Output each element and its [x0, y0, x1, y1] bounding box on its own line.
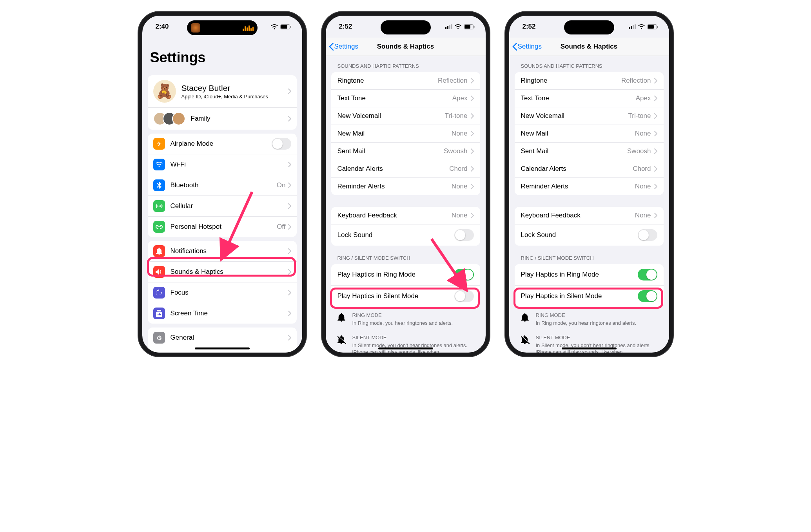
ring-haptics-row[interactable]: Play Haptics in Ring Mode [515, 264, 664, 286]
focus-row[interactable]: Focus [148, 282, 297, 303]
dynamic-island-activity-icon [191, 23, 200, 33]
hotspot-value: Off [277, 223, 285, 231]
airplane-mode-row[interactable]: ✈ Airplane Mode [148, 134, 297, 154]
bluetooth-value: On [277, 181, 286, 189]
footer-ring-title: Ring Mode [536, 312, 637, 318]
cellular-row[interactable]: Cellular [148, 196, 297, 217]
newmail-label: New Mail [337, 130, 452, 138]
sentmail-label: Sent Mail [521, 147, 628, 155]
chevron-right-icon [288, 269, 291, 275]
chevron-right-icon [288, 89, 291, 94]
sounds-haptics-row[interactable]: Sounds & Haptics [148, 262, 297, 282]
keyboard-lock-group: Keyboard FeedbackNone Lock Sound [515, 207, 664, 246]
screentime-row[interactable]: Screen Time [148, 303, 297, 324]
ringtone-row[interactable]: RingtoneReflection [331, 72, 480, 90]
nav-title: Sounds & Haptics [561, 43, 617, 51]
reminder-row[interactable]: Reminder AlertsNone [515, 178, 664, 195]
ring-haptics-toggle[interactable] [638, 269, 657, 280]
chevron-right-icon [288, 203, 291, 209]
voicemail-row[interactable]: New VoicemailTri-tone [515, 107, 664, 125]
silent-haptics-row[interactable]: Play Haptics in Silent Mode [515, 286, 664, 307]
cellular-label: Cellular [171, 202, 288, 210]
chevron-right-icon [288, 311, 291, 316]
footer-ring-mode: Ring Mode In Ring mode, you hear rington… [509, 307, 669, 329]
wifi-icon [638, 24, 645, 29]
section-header-patterns: Sounds and Haptic Patterns [326, 56, 486, 72]
voicemail-row[interactable]: New VoicemailTri-tone [331, 107, 480, 125]
dynamic-island [381, 20, 431, 34]
silent-haptics-row[interactable]: Play Haptics in Silent Mode [331, 286, 480, 307]
footer-silent-title: Silent Mode [536, 335, 657, 340]
ring-haptics-toggle[interactable] [454, 269, 474, 280]
notifications-row[interactable]: Notifications [148, 241, 297, 262]
texttone-row[interactable]: Text ToneApex [515, 90, 664, 107]
reminder-value: None [635, 183, 651, 190]
bluetooth-label: Bluetooth [171, 181, 277, 189]
screentime-label: Screen Time [171, 309, 288, 317]
keyboard-feedback-row[interactable]: Keyboard FeedbackNone [331, 207, 480, 224]
airplane-toggle[interactable] [272, 138, 291, 150]
svg-rect-3 [157, 310, 161, 311]
ring-haptics-row[interactable]: Play Haptics in Ring Mode [331, 264, 480, 286]
newmail-row[interactable]: New MailNone [515, 125, 664, 143]
ring-silent-group: Play Haptics in Ring Mode Play Haptics i… [331, 264, 480, 307]
section-ring-silent: Ring / Silent Mode Switch [509, 246, 669, 264]
chevron-right-icon [654, 213, 657, 218]
bluetooth-row[interactable]: Bluetooth On [148, 175, 297, 196]
wifi-icon [455, 24, 461, 29]
nav-bar: Settings Sounds & Haptics [509, 38, 669, 56]
chevron-right-icon [288, 183, 291, 188]
notifications-icon [153, 245, 165, 257]
family-label: Family [191, 115, 288, 123]
calendar-label: Calendar Alerts [521, 165, 633, 173]
texttone-value: Apex [452, 94, 468, 102]
lock-sound-row[interactable]: Lock Sound [515, 224, 664, 246]
family-row[interactable]: Family [148, 108, 297, 130]
wifi-row[interactable]: Wi-Fi [148, 154, 297, 175]
sentmail-row[interactable]: Sent MailSwoosh [331, 143, 480, 160]
apple-id-row[interactable]: 🧸 Stacey Butler Apple ID, iCloud+, Media… [148, 75, 297, 108]
back-button[interactable]: Settings [512, 43, 542, 51]
ringtone-value: Reflection [621, 77, 651, 85]
silent-haptics-toggle[interactable] [638, 290, 657, 302]
calendar-row[interactable]: Calendar AlertsChord [515, 160, 664, 178]
chevron-right-icon [471, 96, 474, 101]
chevron-left-icon [329, 43, 334, 51]
cellular-signal-icon [629, 24, 636, 29]
svg-rect-1 [281, 25, 287, 29]
calendar-label: Calendar Alerts [337, 165, 450, 173]
texttone-row[interactable]: Text ToneApex [331, 90, 480, 107]
voicemail-label: New Voicemail [521, 112, 628, 120]
general-row[interactable]: ⚙ General [148, 328, 297, 348]
general-icon: ⚙ [153, 332, 165, 344]
ring-silent-group: Play Haptics in Ring Mode Play Haptics i… [515, 264, 664, 307]
home-indicator [378, 347, 433, 349]
newmail-row[interactable]: New MailNone [331, 125, 480, 143]
lock-sound-toggle[interactable] [638, 229, 657, 241]
control-center-row[interactable]: Control Center [148, 348, 297, 356]
ringtone-row[interactable]: RingtoneReflection [515, 72, 664, 90]
calendar-row[interactable]: Calendar AlertsChord [331, 160, 480, 178]
chevron-right-icon [471, 113, 474, 119]
silent-haptics-toggle[interactable] [454, 290, 474, 302]
battery-icon [647, 24, 658, 29]
lock-sound-toggle[interactable] [454, 229, 474, 241]
chevron-right-icon [288, 248, 291, 254]
keyboard-feedback-row[interactable]: Keyboard FeedbackNone [515, 207, 664, 224]
lock-sound-row[interactable]: Lock Sound [331, 224, 480, 246]
sentmail-row[interactable]: Sent MailSwoosh [515, 143, 664, 160]
svg-rect-7 [156, 356, 163, 356]
chevron-right-icon [288, 162, 291, 167]
chevron-right-icon [288, 224, 291, 230]
ringtone-value: Reflection [438, 77, 468, 85]
back-button[interactable]: Settings [329, 43, 358, 51]
reminder-row[interactable]: Reminder AlertsNone [331, 178, 480, 195]
focus-icon [153, 287, 165, 299]
control-center-icon [153, 353, 165, 356]
chevron-right-icon [654, 184, 657, 189]
chevron-right-icon [471, 78, 474, 83]
footer-silent-title: Silent Mode [352, 335, 474, 340]
hotspot-row[interactable]: Personal Hotspot Off [148, 217, 297, 237]
footer-ring-text: In Ring mode, you hear ringtones and ale… [536, 320, 637, 327]
calendar-value: Chord [633, 165, 651, 173]
